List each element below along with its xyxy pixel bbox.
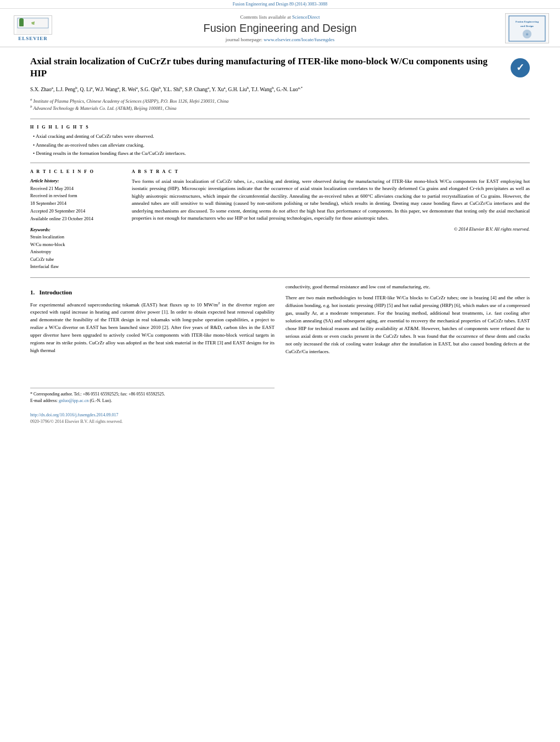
highlight-item: Annealing the as-received tubes can alle…: [33, 142, 530, 149]
highlight-item: Axial cracking and denting of CuCrZr tub…: [33, 133, 530, 140]
elsevier-text: ELSEVIER: [18, 36, 48, 41]
footnote-area: * Corresponding author. Tel.: +86 0551 6…: [30, 388, 275, 425]
homepage-link[interactable]: www.elsevier.com/locate/fusengdes: [264, 37, 334, 42]
received-revised-label: Received in revised form: [30, 192, 121, 199]
body-content: 1. Introduction For experimental advance…: [30, 283, 530, 425]
elsevier-logo: 🌿 ELSEVIER: [11, 15, 55, 42]
svg-text:🌿: 🌿: [31, 21, 35, 25]
keyword-3: CuCrZr tube: [30, 256, 121, 264]
body-two-col: 1. Introduction For experimental advance…: [30, 283, 530, 425]
keywords-section: Keywords: Strain localization W/Cu mono-…: [30, 226, 121, 271]
svg-text:and Design: and Design: [520, 25, 534, 27]
article-info-label: A R T I C L E I N F O: [30, 169, 121, 175]
body-paragraph-2: conductivity, good thermal resistance an…: [285, 283, 530, 291]
corresponding-author-note: * Corresponding author. Tel.: +86 0551 6…: [30, 391, 275, 398]
crossmark-badge: ✓: [511, 58, 530, 77]
homepage-line: journal homepage: www.elsevier.com/locat…: [55, 37, 505, 42]
divider-3: [30, 277, 530, 278]
available-row: Available online 23 October 2014: [30, 215, 121, 222]
svg-text:⚛: ⚛: [525, 32, 529, 37]
email-note: E-mail address: gnluo@ipp.ac.cn (G.-N. L…: [30, 398, 275, 404]
info-abstract-section: A R T I C L E I N F O Article history: R…: [30, 169, 530, 271]
doi-link-footer[interactable]: http://dx.doi.org/10.1016/j.fusengdes.20…: [30, 412, 275, 419]
abstract-label: A B S T R A C T: [132, 169, 530, 175]
copyright-line: © 2014 Elsevier B.V. All rights reserved…: [132, 226, 530, 233]
article-title-block: Axial strain localization of CuCrZr tube…: [30, 55, 530, 80]
body-col-right: conductivity, good thermal resistance an…: [285, 283, 530, 425]
keyword-2: Anisotropy: [30, 248, 121, 256]
svg-point-4: [19, 18, 24, 21]
svg-text:Fusion Engineering: Fusion Engineering: [516, 20, 539, 23]
history-label: Article history:: [30, 177, 121, 185]
sciencedirect-link[interactable]: ScienceDirect: [292, 14, 320, 20]
divider-2: [30, 163, 530, 163]
journal-title-header: Fusion Engineering and Design: [55, 22, 505, 35]
article-info-col: A R T I C L E I N F O Article history: R…: [30, 169, 121, 271]
body-col-left: 1. Introduction For experimental advance…: [30, 283, 275, 425]
page: Fusion Engineering and Design 89 (2014) …: [0, 0, 560, 742]
keyword-4: Interfacial flaw: [30, 263, 121, 271]
body-paragraph-3: There are two main methodologies to bond…: [285, 294, 530, 356]
abstract-text: Two forms of axial strain localization o…: [132, 178, 530, 222]
accepted-row: Accepted 20 September 2014: [30, 208, 121, 215]
elsevier-logo-image: 🌿: [14, 15, 52, 35]
authors: S.X. Zhaoa, L.J. Pengb, Q. Lia, W.J. Wan…: [30, 85, 530, 93]
abstract-col: A B S T R A C T Two forms of axial strai…: [132, 169, 530, 271]
received-row: Received 21 May 2014: [30, 185, 121, 192]
keyword-0: Strain localization: [30, 233, 121, 241]
journal-logo-right: Fusion Engineering and Design ⚛: [505, 13, 549, 43]
sciencedirect-line: Contents lists available at ScienceDirec…: [55, 14, 505, 20]
email-link[interactable]: gnluo@ipp.ac.cn: [59, 398, 88, 403]
received-revised-date: 18 September 2014: [30, 200, 121, 207]
highlights-label: H I G H L I G H T S: [30, 125, 530, 130]
email-label: E-mail address:: [30, 398, 58, 403]
issn-line: 0920-3796/© 2014 Elsevier B.V. All right…: [30, 419, 275, 425]
article-info-box: A R T I C L E I N F O Article history: R…: [30, 169, 121, 271]
highlight-item: Denting results in the formation bonding…: [33, 150, 530, 157]
article-content: Axial strain localization of CuCrZr tube…: [0, 47, 560, 433]
header-center: Contents lists available at ScienceDirec…: [55, 14, 505, 42]
doi-bar: Fusion Engineering and Design 89 (2014) …: [0, 0, 560, 9]
section1-heading: 1. Introduction: [30, 288, 275, 297]
journal-header: 🌿 ELSEVIER Contents lists available at S…: [0, 9, 560, 47]
highlights-list: Axial cracking and denting of CuCrZr tub…: [30, 133, 530, 157]
doi-text: Fusion Engineering and Design 89 (2014) …: [233, 2, 327, 7]
article-title-text: Axial strain localization of CuCrZr tube…: [30, 55, 511, 80]
affiliations: a Institute of Plasma Physics, Chinese A…: [30, 97, 530, 112]
keywords-title: Keywords:: [30, 226, 121, 233]
body-paragraph-1: For experimental advanced superconductin…: [30, 300, 275, 355]
highlights-section: H I G H L I G H T S Axial cracking and d…: [30, 125, 530, 157]
divider-1: [30, 119, 530, 119]
email-name: (G.-N. Luo).: [89, 398, 111, 403]
keyword-1: W/Cu mono-block: [30, 241, 121, 249]
abstract-section: A B S T R A C T Two forms of axial strai…: [132, 169, 530, 233]
